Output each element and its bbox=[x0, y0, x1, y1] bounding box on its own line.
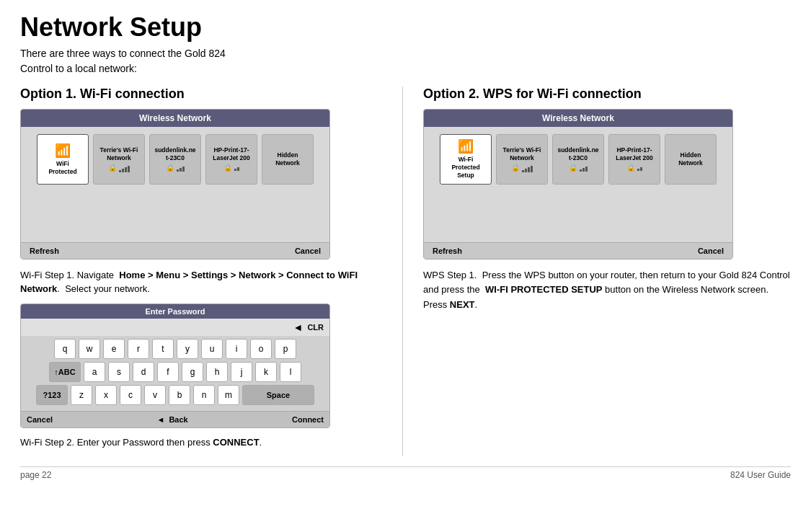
hp-bars bbox=[234, 167, 239, 171]
key-space[interactable]: Space bbox=[242, 385, 314, 405]
network-item-hp-print[interactable]: HP-Print-17-LaserJet 200 🔒 bbox=[205, 134, 257, 185]
key-n[interactable]: n bbox=[193, 385, 215, 405]
page-subtitle: There are three ways to connect the Gold… bbox=[20, 46, 791, 76]
kb-input-row: ◄ CLR bbox=[21, 319, 329, 336]
key-h[interactable]: h bbox=[206, 362, 228, 382]
network-label-hp-print: HP-Print-17-LaserJet 200 bbox=[213, 146, 250, 162]
key-d[interactable]: d bbox=[133, 362, 154, 382]
hp-sub: 🔒 bbox=[223, 164, 239, 172]
screen1-refresh-btn[interactable]: Refresh bbox=[30, 247, 59, 255]
kb-back-arrow: ◄ bbox=[293, 322, 303, 333]
network-label-wps: Wi-FiProtectedSetup bbox=[451, 156, 479, 179]
wireless-network-screen1: Wireless Network 📶 WiFiProtected Terrie'… bbox=[20, 109, 330, 260]
key-x[interactable]: x bbox=[95, 385, 117, 405]
page-footer: page 22 824 User Guide bbox=[20, 466, 791, 480]
screen2-body: 📶 Wi-FiProtectedSetup Terrie's Wi-FiNetw… bbox=[424, 127, 732, 192]
key-o[interactable]: o bbox=[250, 339, 272, 359]
option2-column: Option 2. WPS for Wi-Fi connection Wirel… bbox=[403, 87, 791, 457]
screen1-spacer bbox=[21, 192, 329, 242]
network-label-terries: Terrie's Wi-FiNetwork bbox=[100, 146, 138, 162]
key-p[interactable]: p bbox=[275, 339, 296, 359]
key-f[interactable]: f bbox=[157, 362, 179, 382]
network-item-suddenlink[interactable]: suddenlink.net-23C0 🔒 bbox=[149, 134, 201, 185]
page-title: Network Setup bbox=[20, 13, 791, 42]
kb-back-btn[interactable]: ◄ Back bbox=[156, 415, 187, 424]
key-v[interactable]: v bbox=[144, 385, 166, 405]
kb-clr-btn[interactable]: CLR bbox=[307, 323, 324, 332]
network-label-hidden: HiddenNetwork bbox=[275, 151, 300, 167]
key-a[interactable]: a bbox=[84, 362, 105, 382]
key-r[interactable]: r bbox=[128, 339, 149, 359]
network-label-suddenlink2: suddenlink.net-23C0 bbox=[557, 146, 598, 162]
key-i[interactable]: i bbox=[226, 339, 247, 359]
key-z[interactable]: z bbox=[71, 385, 92, 405]
kb-row-2: ↑ABC a s d f g h j k l bbox=[25, 362, 325, 382]
screen2-spacer bbox=[424, 192, 732, 242]
kb-row-3: ?123 z x c v b n m Space bbox=[25, 385, 325, 405]
suddenlink-bars bbox=[177, 167, 185, 172]
network-label-terries2: Terrie's Wi-FiNetwork bbox=[503, 146, 541, 162]
kb-rows: q w e r t y u i o p ↑ABC a bbox=[21, 336, 329, 411]
kb-connect-btn[interactable]: Connect bbox=[292, 415, 324, 424]
kb-row-1: q w e r t y u i o p bbox=[25, 339, 325, 359]
key-abc[interactable]: ↑ABC bbox=[49, 362, 81, 382]
suddenlink-sub: 🔒 bbox=[166, 164, 185, 172]
footer-left: page 22 bbox=[20, 470, 51, 480]
key-123[interactable]: ?123 bbox=[36, 385, 68, 405]
wps-step1-text: WPS Step 1. Press the WPS button on your… bbox=[423, 268, 791, 313]
screen2-header: Wireless Network bbox=[424, 110, 732, 127]
network-item-hidden[interactable]: HiddenNetwork bbox=[262, 134, 314, 185]
key-w[interactable]: w bbox=[79, 339, 100, 359]
network-item-terries2[interactable]: Terrie's Wi-FiNetwork 🔒 bbox=[496, 134, 548, 185]
key-q[interactable]: q bbox=[54, 339, 76, 359]
network-item-suddenlink2[interactable]: suddenlink.net-23C0 🔒 bbox=[552, 134, 604, 185]
screen1-cancel-btn[interactable]: Cancel bbox=[295, 247, 321, 255]
network-item-wps-setup[interactable]: 📶 Wi-FiProtectedSetup bbox=[440, 134, 492, 185]
screen1-body: 📶 WiFiProtected Terrie's Wi-FiNetwork 🔒 bbox=[21, 127, 329, 192]
key-u[interactable]: u bbox=[201, 339, 223, 359]
lock-icon-hp: 🔒 bbox=[223, 164, 232, 172]
key-t[interactable]: t bbox=[152, 339, 174, 359]
option1-heading: Option 1. Wi-Fi connection bbox=[20, 87, 388, 102]
key-y[interactable]: y bbox=[177, 339, 198, 359]
step2-text: Wi-Fi Step 2. Enter your Password then p… bbox=[20, 435, 388, 450]
wps-icon: 📶 bbox=[458, 138, 474, 154]
screen1-header: Wireless Network bbox=[21, 110, 329, 127]
step1-text: Wi-Fi Step 1. Navigate Home > Menu > Set… bbox=[20, 268, 388, 296]
network-label-hidden2: HiddenNetwork bbox=[678, 151, 703, 167]
key-e[interactable]: e bbox=[103, 339, 125, 359]
key-l[interactable]: l bbox=[280, 362, 301, 382]
key-j[interactable]: j bbox=[231, 362, 252, 382]
network-item-hp-print2[interactable]: HP-Print-17-LaserJet 200 🔒 bbox=[608, 134, 660, 185]
footer-right: 824 User Guide bbox=[730, 470, 791, 480]
lock-icon-hp2: 🔒 bbox=[626, 164, 635, 172]
kb-footer: Cancel ◄ Back Connect bbox=[21, 411, 329, 427]
wireless-network-screen2: Wireless Network 📶 Wi-FiProtectedSetup T… bbox=[423, 109, 733, 260]
screen1-footer: Refresh Cancel bbox=[21, 242, 329, 259]
lock-icon-terries: 🔒 bbox=[108, 164, 117, 172]
hp2-sub: 🔒 bbox=[626, 164, 642, 172]
lock-icon-terries2: 🔒 bbox=[511, 164, 520, 172]
network-item-wifi-protected[interactable]: 📶 WiFiProtected bbox=[37, 134, 89, 185]
network-item-terries[interactable]: Terrie's Wi-FiNetwork 🔒 bbox=[93, 134, 145, 185]
terries-bars bbox=[119, 166, 130, 172]
option1-column: Option 1. Wi-Fi connection Wireless Netw… bbox=[20, 87, 403, 457]
screen2-refresh-btn[interactable]: Refresh bbox=[433, 247, 462, 255]
kb-cancel-btn[interactable]: Cancel bbox=[27, 415, 53, 424]
key-c[interactable]: c bbox=[120, 385, 141, 405]
key-b[interactable]: b bbox=[169, 385, 190, 405]
hp2-bars bbox=[637, 167, 642, 171]
key-m[interactable]: m bbox=[218, 385, 239, 405]
lock-icon-suddenlink2: 🔒 bbox=[569, 164, 577, 172]
wifi-icon: 📶 bbox=[55, 143, 71, 159]
network-label-hp-print2: HP-Print-17-LaserJet 200 bbox=[616, 146, 653, 162]
lock-icon-suddenlink: 🔒 bbox=[166, 164, 174, 172]
option2-heading: Option 2. WPS for Wi-Fi connection bbox=[423, 87, 791, 102]
network-label-suddenlink: suddenlink.net-23C0 bbox=[154, 146, 195, 162]
screen2-cancel-btn[interactable]: Cancel bbox=[698, 247, 724, 255]
key-k[interactable]: k bbox=[255, 362, 277, 382]
key-g[interactable]: g bbox=[182, 362, 203, 382]
terries2-sub: 🔒 bbox=[511, 164, 533, 172]
network-item-hidden2[interactable]: HiddenNetwork bbox=[665, 134, 717, 185]
key-s[interactable]: s bbox=[108, 362, 130, 382]
